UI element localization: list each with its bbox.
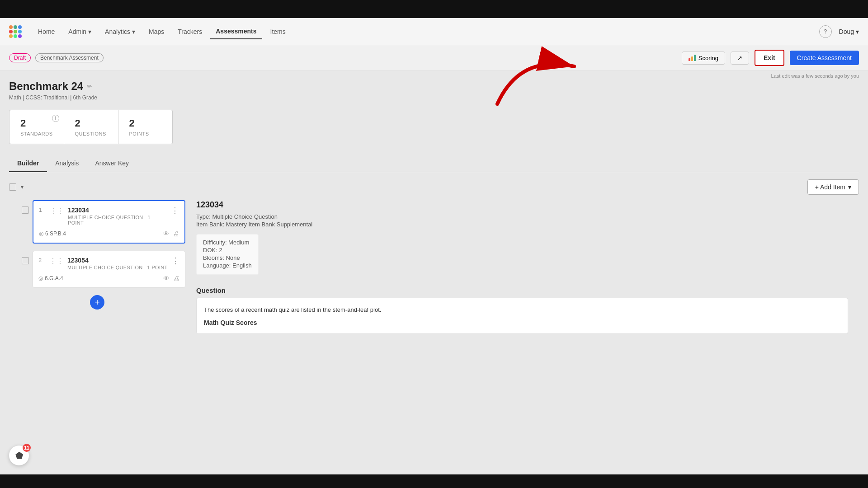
nav-assessments[interactable]: Assessments xyxy=(210,24,262,39)
stats-row: i 2 STANDARDS 2 QUESTIONS 2 POINTS xyxy=(9,110,859,144)
nav-right: ? Doug ▾ xyxy=(819,25,859,38)
question-section-label: Question xyxy=(196,286,848,294)
q2-header: 2 ⋮⋮ 123054 MULTIPLE CHOICE QUESTION 1 p… xyxy=(38,257,179,270)
detail-blooms: Blooms: None xyxy=(203,254,252,261)
tabs-row: Builder Analysis Answer Key xyxy=(9,155,859,172)
standard-icon-2: ◎ xyxy=(38,275,43,282)
questions-label: QUESTIONS xyxy=(75,131,107,136)
q1-hide-icon[interactable]: 👁 xyxy=(163,230,169,237)
q1-actions: 👁 🖨 xyxy=(163,230,179,237)
q2-checkbox[interactable] xyxy=(22,257,29,264)
q2-id: 123054 xyxy=(67,257,168,264)
select-all-chevron[interactable]: ▾ xyxy=(21,184,24,190)
notifications-badge[interactable]: ⬟ 11 xyxy=(9,446,29,465)
q1-number: 1 xyxy=(39,206,46,213)
q1-more-menu[interactable]: ⋮ xyxy=(171,206,179,215)
math-quiz-title: Math Quiz Scores xyxy=(204,319,840,326)
q1-header: 1 ⋮⋮ 123034 MULTIPLE CHOICE QUESTION 1 p… xyxy=(39,206,179,225)
q2-footer: ◎ 6.G.A.4 👁 🖨 xyxy=(38,275,179,282)
detail-id: 123034 xyxy=(196,200,848,210)
q2-type: MULTIPLE CHOICE QUESTION 1 point xyxy=(67,265,168,270)
q1-checkbox[interactable] xyxy=(22,206,29,214)
q1-print-icon[interactable]: 🖨 xyxy=(173,230,179,237)
detail-language: Language: English xyxy=(203,262,252,269)
navbar: Home Admin ▾ Analytics ▾ Maps Trackers A… xyxy=(0,18,868,45)
last-edit-text: Last edit was a few seconds ago by you xyxy=(771,73,859,79)
q1-info: 123034 MULTIPLE CHOICE QUESTION 1 point xyxy=(68,206,167,225)
draft-badge: Draft xyxy=(9,53,31,62)
detail-meta-box: Difficulty: Medium DOK: 2 Blooms: None L… xyxy=(196,234,259,275)
detail-item-bank: Item Bank: Mastery Item Bank Supplementa… xyxy=(196,221,848,228)
tab-builder[interactable]: Builder xyxy=(9,155,47,172)
q2-info: 123054 MULTIPLE CHOICE QUESTION 1 point xyxy=(67,257,168,270)
detail-type: Type: Multiple Choice Question xyxy=(196,213,848,220)
user-chevron: ▾ xyxy=(856,28,859,35)
assessment-meta: Math | CCSS: Traditional | 6th Grade xyxy=(9,94,859,101)
bottom-bar xyxy=(0,474,868,487)
chevron-down-icon: ▾ xyxy=(132,28,135,35)
sub-header: Draft Benchmark Assessment Scoring ↗ Exi… xyxy=(0,45,868,71)
scoring-button[interactable]: Scoring xyxy=(682,52,725,65)
scoring-icon xyxy=(689,55,696,61)
select-all-checkbox[interactable] xyxy=(9,183,16,191)
q2-print-icon[interactable]: 🖨 xyxy=(173,275,179,282)
nav-admin[interactable]: Admin ▾ xyxy=(63,24,97,39)
standards-label: STANDARDS xyxy=(20,131,53,136)
q1-drag-handle[interactable]: ⋮⋮ xyxy=(50,206,64,215)
edit-title-icon[interactable]: ✏ xyxy=(87,83,92,90)
user-menu[interactable]: Doug ▾ xyxy=(839,28,859,35)
questions-count: 2 xyxy=(75,117,107,129)
items-wrapper: 1 ⋮⋮ 123034 MULTIPLE CHOICE QUESTION 1 p… xyxy=(9,200,185,291)
q2-standard: ◎ 6.G.A.4 xyxy=(38,275,63,282)
q2-actions: 👁 🖨 xyxy=(163,275,179,282)
standard-icon: ◎ xyxy=(39,230,43,237)
top-bar xyxy=(0,0,868,18)
help-button[interactable]: ? xyxy=(819,25,832,38)
share-button[interactable]: ↗ xyxy=(731,52,749,65)
app-logo[interactable] xyxy=(9,25,22,38)
question-item-1[interactable]: 1 ⋮⋮ 123034 MULTIPLE CHOICE QUESTION 1 p… xyxy=(33,200,185,244)
detail-dok: DOK: 2 xyxy=(203,247,252,253)
standards-stat: i 2 STANDARDS xyxy=(9,110,64,144)
q1-type: MULTIPLE CHOICE QUESTION 1 point xyxy=(68,215,167,225)
left-panel: 1 ⋮⋮ 123034 MULTIPLE CHOICE QUESTION 1 p… xyxy=(9,200,185,334)
main-content: Benchmark 24 ✏ Math | CCSS: Traditional … xyxy=(0,71,868,487)
tab-answer-key[interactable]: Answer Key xyxy=(87,155,137,172)
detail-difficulty: Difficulty: Medium xyxy=(203,239,252,246)
create-assessment-button[interactable]: Create Assessment xyxy=(790,51,859,65)
add-question-button[interactable]: + xyxy=(90,295,104,310)
standards-info-icon[interactable]: i xyxy=(52,115,59,122)
assessment-title-row: Benchmark 24 ✏ xyxy=(9,80,859,93)
share-icon: ↗ xyxy=(737,55,742,61)
points-label: POINTS xyxy=(129,131,161,136)
tab-analysis[interactable]: Analysis xyxy=(47,155,87,172)
q2-more-menu[interactable]: ⋮ xyxy=(171,257,179,265)
nav-analytics[interactable]: Analytics ▾ xyxy=(99,24,141,39)
toolbar-row: ▾ + Add Item ▾ xyxy=(9,179,859,195)
q2-hide-icon[interactable]: 👁 xyxy=(163,275,170,282)
q2-drag-handle[interactable]: ⋮⋮ xyxy=(49,257,64,265)
q2-points: 1 point xyxy=(147,265,168,270)
nav-trackers[interactable]: Trackers xyxy=(172,24,208,39)
chevron-down-icon: ▾ xyxy=(88,28,91,35)
q1-standard: ◎ 6.SP.B.4 xyxy=(39,230,66,237)
add-item-label: + Add Item xyxy=(815,183,845,191)
points-stat: 2 POINTS xyxy=(118,110,173,144)
q1-id: 123034 xyxy=(68,206,167,214)
builder-layout: 1 ⋮⋮ 123034 MULTIPLE CHOICE QUESTION 1 p… xyxy=(9,200,859,334)
notification-count: 11 xyxy=(23,444,31,452)
nav-items[interactable]: Items xyxy=(265,24,291,39)
q2-number: 2 xyxy=(38,257,46,263)
question-text: The scores of a recent math quiz are lis… xyxy=(204,305,840,314)
q1-footer: ◎ 6.SP.B.4 👁 🖨 xyxy=(39,230,179,237)
assessment-title: Benchmark 24 xyxy=(9,80,83,93)
right-panel: 123034 Type: Multiple Choice Question It… xyxy=(185,200,859,334)
nav-maps[interactable]: Maps xyxy=(143,24,170,39)
add-item-chevron: ▾ xyxy=(848,183,851,191)
sub-header-right: Scoring ↗ Exit Create Assessment xyxy=(682,50,859,66)
add-item-button[interactable]: + Add Item ▾ xyxy=(807,179,859,195)
exit-button[interactable]: Exit xyxy=(755,50,784,66)
standards-count: 2 xyxy=(20,117,53,129)
question-item-2[interactable]: 2 ⋮⋮ 123054 MULTIPLE CHOICE QUESTION 1 p… xyxy=(33,251,185,288)
nav-home[interactable]: Home xyxy=(33,24,60,39)
